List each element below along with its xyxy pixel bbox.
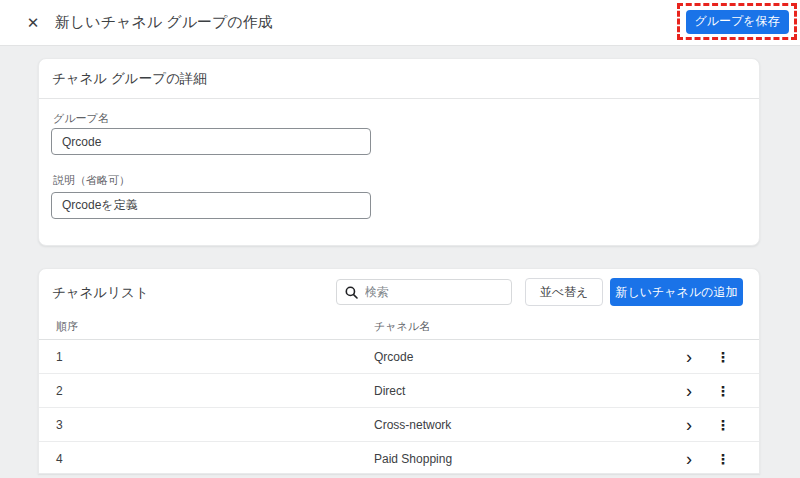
channel-group-details-card: チャネル グループの詳細 グループ名 説明（省略可）	[38, 58, 760, 246]
column-header-channel-name: チャネル名	[374, 319, 430, 334]
appbar: ✕ 新しいチャネル グループの作成 グループを保存	[0, 0, 800, 46]
description-label: 説明（省略可）	[53, 173, 130, 188]
group-name-label: グループ名	[53, 111, 109, 126]
row-order: 1	[56, 350, 63, 364]
kebab-menu-icon[interactable]: ⋮	[715, 451, 731, 467]
row-channel-name: Qrcode	[374, 350, 413, 364]
kebab-menu-icon[interactable]: ⋮	[715, 383, 731, 399]
red-dashed-annotation: グループを保存	[677, 3, 797, 40]
row-channel-name: Cross-network	[374, 418, 451, 432]
table-row[interactable]: 4 Paid Shopping › ⋮	[39, 442, 759, 476]
table-header: 順序 チャネル名	[39, 313, 759, 340]
description-input[interactable]	[51, 192, 371, 219]
row-channel-name: Paid Shopping	[374, 452, 452, 466]
table-row[interactable]: 3 Cross-network › ⋮	[39, 408, 759, 442]
table-row[interactable]: 2 Direct › ⋮	[39, 374, 759, 408]
row-channel-name: Direct	[374, 384, 405, 398]
channel-search-input[interactable]	[365, 285, 495, 299]
sort-button[interactable]: 並べ替え	[525, 278, 603, 306]
search-icon	[345, 286, 358, 299]
row-order: 4	[56, 452, 63, 466]
chevron-right-icon[interactable]: ›	[681, 383, 697, 399]
details-card-title: チャネル グループの詳細	[52, 70, 207, 88]
chevron-right-icon[interactable]: ›	[681, 349, 697, 365]
save-group-button[interactable]: グループを保存	[686, 10, 789, 34]
channel-search-box[interactable]	[336, 279, 512, 305]
channel-table-body: 1 Qrcode › ⋮ 2 Direct › ⋮ 3 Cross-networ…	[39, 340, 759, 476]
add-channel-button[interactable]: 新しいチャネルの追加	[610, 278, 743, 306]
details-card-header: チャネル グループの詳細	[39, 59, 759, 99]
kebab-menu-icon[interactable]: ⋮	[715, 417, 731, 433]
chevron-right-icon[interactable]: ›	[681, 417, 697, 433]
column-header-order: 順序	[56, 319, 78, 334]
kebab-menu-icon[interactable]: ⋮	[715, 349, 731, 365]
page-title: 新しいチャネル グループの作成	[55, 13, 273, 32]
close-icon[interactable]: ✕	[22, 12, 44, 34]
chevron-right-icon[interactable]: ›	[681, 451, 697, 467]
row-order: 3	[56, 418, 63, 432]
table-row[interactable]: 1 Qrcode › ⋮	[39, 340, 759, 374]
create-channel-group-page: ✕ 新しいチャネル グループの作成 グループを保存 チャネル グループの詳細 グ…	[0, 0, 800, 478]
channel-list-card: チャネルリスト 並べ替え 新しいチャネルの追加 順序 チャネル名 1 Qrcod…	[38, 268, 760, 474]
channel-list-title: チャネルリスト	[52, 284, 149, 302]
row-order: 2	[56, 384, 63, 398]
group-name-input[interactable]	[51, 128, 371, 155]
